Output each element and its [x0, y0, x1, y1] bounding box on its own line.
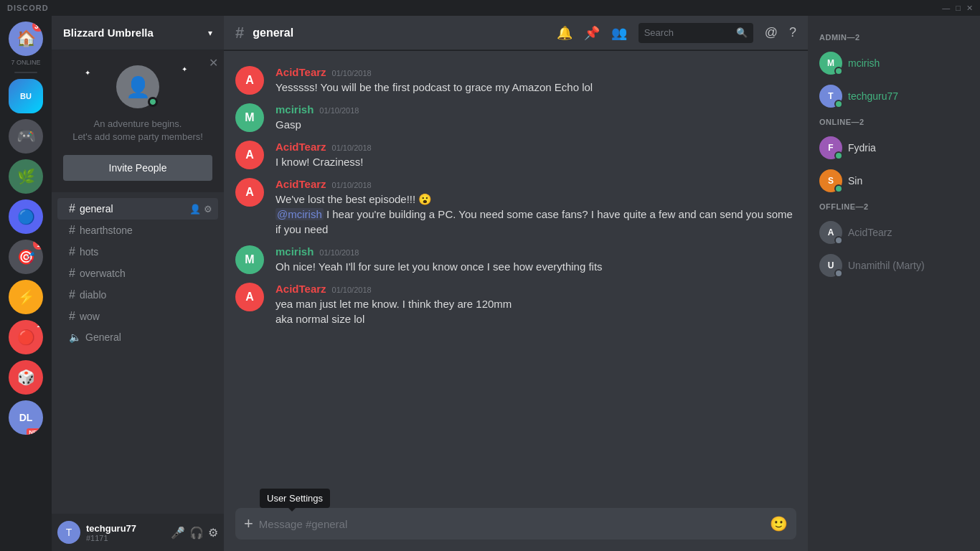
members-list: ADMIN—2 M mcirish T techguru77 ONLINE—2 [808, 16, 980, 551]
channel-item-hots[interactable]: # hots [57, 241, 218, 263]
channel-name-overwatch: overwatch [80, 268, 126, 279]
message-text-after-mention: I hear you're building a PC. You need so… [275, 208, 793, 235]
message-group-3: A AcidTearz 01/10/2018 I know! Craziness… [224, 138, 808, 172]
server-icon-2[interactable]: 🎮 [9, 119, 43, 154]
server-icon-5[interactable]: 🎯 1 [9, 240, 43, 274]
server-icon-dl[interactable]: DL NEW [9, 400, 43, 435]
message-text-1: Yesssss! You will be the first podcast t… [275, 80, 796, 95]
server-icon-bu[interactable]: BU [9, 79, 43, 113]
maximize-button[interactable]: □ [956, 4, 961, 13]
channel-item-diablo[interactable]: # diablo [57, 284, 218, 306]
member-name-techguru77: techguru77 [848, 90, 898, 102]
channel-item-general[interactable]: # general 👤 ⚙ [57, 198, 218, 220]
members-section-offline: OFFLINE—2 [814, 202, 974, 211]
message-avatar-5: M [235, 245, 264, 274]
message-timestamp-2: 01/10/2018 [319, 106, 359, 115]
member-status-fydria [834, 151, 843, 160]
member-name-mcirish: mcirish [848, 57, 880, 69]
message-author-1[interactable]: AcidTearz [275, 66, 326, 78]
user-info: techguru77 #1171 [86, 523, 165, 542]
member-fydria[interactable]: F Fydria [814, 132, 974, 164]
message-timestamp-5: 01/10/2018 [319, 248, 359, 257]
member-avatar-sin: S [819, 169, 842, 192]
chat-input-box: + 🙂 [235, 508, 796, 540]
add-attachment-button[interactable]: + [244, 514, 253, 533]
notification-bell-icon[interactable]: 🔔 [557, 25, 573, 41]
member-name-unamithil: Unamithil (Marty) [848, 260, 925, 271]
members-section-admin: ADMIN—2 [814, 33, 974, 42]
message-author-6[interactable]: AcidTearz [275, 283, 326, 295]
server-header[interactable]: Blizzard Umbrella ▾ [52, 16, 224, 50]
member-avatar-mcirish: M [819, 52, 842, 75]
app-container: DISCORD — □ ✕ 🏠 34 7 ONLINE BU 🎮 [0, 0, 980, 551]
members-icon[interactable]: 👥 [611, 25, 627, 41]
message-group-6: A AcidTearz 01/10/2018 yea man just let … [224, 280, 808, 329]
mention-mcirish[interactable]: @mcirish [275, 208, 324, 220]
settings-gear-icon[interactable]: ⚙ [208, 526, 218, 540]
user-settings-tooltip: User Settings [260, 489, 330, 508]
message-avatar-6: A [235, 283, 264, 311]
message-timestamp-4: 01/10/2018 [332, 181, 372, 189]
member-status-acidtearz [834, 236, 843, 245]
search-bar[interactable]: 🔍 [639, 23, 753, 43]
message-author-3[interactable]: AcidTearz [275, 141, 326, 153]
message-group-2: M mcirish 01/10/2018 Gasp [224, 100, 808, 135]
server-name: Blizzard Umbrella [63, 27, 154, 39]
message-text-6b: aka normal size lol [275, 311, 796, 326]
server-icon-home[interactable]: 🏠 34 [9, 22, 43, 56]
channel-name-hots: hots [80, 246, 98, 258]
emoji-button[interactable]: 🙂 [770, 515, 788, 532]
member-avatar-techguru77: T [819, 85, 842, 108]
sparkle-right: ✦ [182, 65, 187, 73]
message-author-4[interactable]: AcidTearz [275, 178, 326, 190]
search-input[interactable] [644, 27, 732, 38]
close-button[interactable]: ✕ [966, 4, 973, 13]
popover-headline: An adventure begins. Let's add some part… [63, 118, 212, 143]
message-timestamp-3: 01/10/2018 [332, 143, 372, 152]
help-icon[interactable]: ? [789, 25, 796, 40]
pin-icon[interactable]: 📌 [584, 25, 600, 41]
invite-people-button[interactable]: Invite People [63, 155, 212, 181]
message-content-4: AcidTearz 01/10/2018 We've lost the best… [275, 178, 796, 237]
message-input[interactable] [259, 518, 764, 530]
message-header-6: AcidTearz 01/10/2018 [275, 283, 796, 295]
channel-item-overwatch[interactable]: # overwatch [57, 263, 218, 284]
server-7-icon: 🔴 [17, 329, 35, 346]
server-4-icon: 🔵 [17, 208, 35, 225]
member-sin[interactable]: S Sin [814, 165, 974, 197]
channel-name-diablo: diablo [80, 289, 106, 301]
messages-container: A AcidTearz 01/10/2018 Yesssss! You will… [224, 50, 808, 508]
channel-item-general-voice[interactable]: 🔈 General [57, 327, 218, 347]
message-author-2[interactable]: mcirish [275, 103, 314, 116]
user-panel-name: techguru77 [86, 523, 165, 534]
member-avatar-acidtearz: A [819, 221, 842, 244]
headphone-icon[interactable]: 🎧 [189, 526, 204, 540]
member-unamithil[interactable]: U Unamithil (Marty) [814, 250, 974, 281]
message-author-5[interactable]: mcirish [275, 245, 314, 258]
add-member-icon[interactable]: 👤 [189, 204, 201, 215]
minimize-button[interactable]: — [942, 4, 950, 13]
at-icon[interactable]: @ [765, 25, 778, 40]
server-icon-6[interactable]: ⚡ [9, 280, 43, 314]
member-acidtearz[interactable]: A AcidTearz [814, 217, 974, 248]
window-controls: — □ ✕ [942, 4, 973, 13]
member-status-unamithil [834, 269, 843, 278]
channel-item-hearthstone[interactable]: # hearthstone [57, 220, 218, 241]
channel-item-wow[interactable]: # wow [57, 306, 218, 327]
microphone-icon[interactable]: 🎤 [171, 526, 185, 540]
user-controls: 🎤 🎧 ⚙ [171, 526, 218, 540]
server-dropdown-arrow: ▾ [208, 28, 212, 38]
server-icon-7[interactable]: 🔴 1 [9, 320, 43, 354]
server-icon-4[interactable]: 🔵 [9, 199, 43, 234]
server-icon-8[interactable]: 🎲 [9, 360, 43, 395]
settings-icon[interactable]: ⚙ [204, 204, 212, 215]
member-techguru77[interactable]: T techguru77 [814, 80, 974, 112]
member-mcirish[interactable]: M mcirish [814, 47, 974, 79]
server-icon-3[interactable]: 🌿 [9, 159, 43, 194]
message-content-5: mcirish 01/10/2018 Oh nice! Yeah I'll fo… [275, 245, 796, 274]
message-avatar-3: A [235, 141, 264, 169]
title-bar: DISCORD — □ ✕ [0, 0, 980, 16]
channel-hash-icon-ow: # [69, 267, 75, 280]
app-title: DISCORD [7, 4, 49, 12]
channel-name-wow: wow [80, 311, 100, 322]
